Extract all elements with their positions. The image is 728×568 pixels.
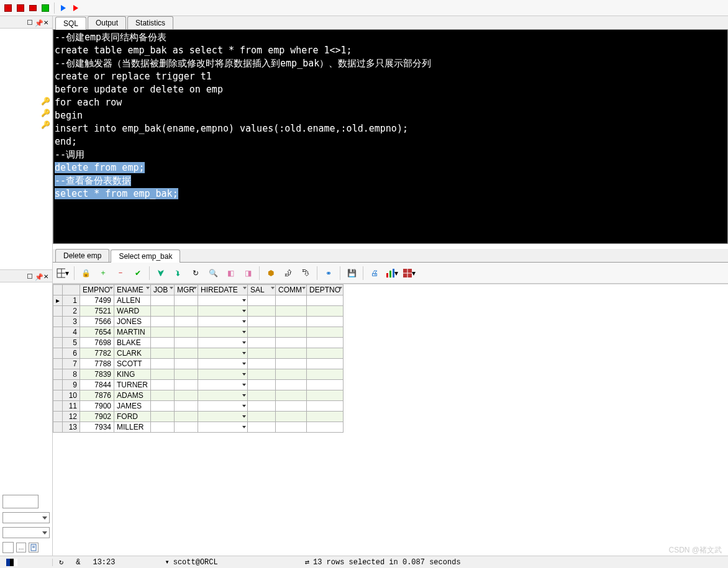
left-panel: 📌 ✕ 🔑 🔑 🔑 📌 ✕ … (0, 16, 53, 556)
cube-red2-icon[interactable] (15, 2, 26, 14)
arrow-blue-icon[interactable] (58, 2, 69, 14)
flag-icon (6, 559, 17, 566)
status-bar: ↻ & 13:23 ▾ scott@ORCL ⇄ 13 rows selecte… (0, 556, 728, 568)
cube-icon[interactable]: ⬢ (265, 267, 277, 279)
main-toolbar (0, 0, 728, 16)
panel-pin-icon[interactable]: 📌 (35, 19, 41, 25)
sep (317, 266, 317, 280)
tab-select-empbak[interactable]: Select emp_bak (111, 250, 180, 263)
plus-icon[interactable]: ＋ (97, 267, 109, 279)
panel-restore2-icon[interactable] (27, 274, 32, 279)
tab-delete-emp[interactable]: Delete emp (55, 249, 109, 262)
panel-close-icon[interactable]: ✕ (43, 19, 50, 25)
sep (259, 266, 260, 280)
grid2-icon[interactable]: ▾ (403, 267, 416, 279)
left-lower-header: 📌 ✕ (0, 270, 52, 282)
status-refresh[interactable]: ↻ (53, 557, 70, 567)
result-grid-area[interactable]: EMPNOENAMEJOBMGRHIREDATESALCOMMDEPTNO▸17… (53, 284, 728, 556)
status-msg: ⇄ 13 rows selected in 0.087 seconds (299, 557, 467, 567)
combo-1[interactable] (2, 512, 50, 523)
svg-rect-6 (386, 273, 388, 277)
fetch-all-icon[interactable]: ⮯ (172, 267, 184, 279)
eraser2-icon[interactable]: ◨ (242, 267, 254, 279)
sep (149, 266, 150, 280)
cube-db-icon[interactable] (27, 2, 39, 14)
arrow-red-icon[interactable] (70, 2, 81, 14)
check-icon[interactable]: ✔ (132, 267, 144, 279)
lock-icon[interactable]: 🔒 (80, 267, 92, 279)
refresh-icon[interactable]: ↻ (189, 267, 202, 279)
key-gray1-icon[interactable]: 🔑 (41, 109, 50, 117)
grid-icon[interactable]: ▾ (57, 267, 69, 279)
doc-icon (30, 544, 37, 551)
cube-green-icon[interactable] (40, 2, 51, 14)
col-comm[interactable]: COMM (276, 285, 307, 295)
tab-sql[interactable]: SQL (55, 17, 86, 30)
watermark: CSDN @褚文武 (668, 545, 722, 556)
preview-box (2, 495, 39, 508)
tab-statistics[interactable]: Statistics (127, 16, 173, 29)
panel-close2-icon[interactable]: ✕ (43, 273, 50, 279)
toolbar-divider (54, 2, 55, 14)
left-upper-header: 📌 ✕ (0, 16, 52, 29)
result-tabs: Delete emp Select emp_bak (53, 249, 728, 263)
col-deptno[interactable]: DEPTNO (307, 285, 344, 295)
import-icon[interactable]: ⮷ (299, 267, 312, 279)
result-grid[interactable]: EMPNOENAMEJOBMGRHIREDATESALCOMMDEPTNO▸17… (53, 284, 344, 433)
find-icon[interactable]: 🔍 (207, 267, 219, 279)
status-and: & (70, 558, 86, 567)
eraser-icon[interactable]: ◧ (224, 267, 237, 279)
sep (363, 266, 363, 280)
minus-icon[interactable]: － (114, 267, 127, 279)
col-mgr[interactable]: MGR (175, 285, 198, 295)
svg-rect-7 (389, 271, 391, 277)
col-ename[interactable]: ENAME (114, 285, 151, 295)
print-icon[interactable]: 🖨 (368, 267, 381, 279)
bar-chart-icon (386, 268, 394, 278)
sep (74, 266, 75, 280)
combo-2[interactable] (2, 527, 50, 538)
right-panel: SQL Output Statistics --创建emp表同结构备份表crea… (53, 16, 728, 556)
sql-editor[interactable]: --创建emp表同结构备份表create table emp_bak as se… (53, 30, 728, 244)
result-toolbar: ▾ 🔒 ＋ － ✔ ⮟ ⮯ ↻ 🔍 ◧ ◨ ⬢ ⮵ ⮷ ⚭ 💾 🖨 ▾ (53, 263, 728, 284)
svg-rect-8 (393, 269, 394, 277)
save-icon[interactable]: 💾 (345, 267, 358, 279)
key-gray2-icon[interactable]: 🔑 (41, 120, 50, 129)
chart-icon[interactable]: ▾ (386, 267, 398, 279)
sep (340, 266, 340, 280)
fetch-down-icon[interactable]: ⮟ (155, 267, 167, 279)
export-icon[interactable]: ⮵ (282, 267, 294, 279)
key-green-icon[interactable]: 🔑 (41, 97, 50, 106)
small-box[interactable] (2, 542, 14, 553)
link-icon[interactable]: ⚭ (322, 267, 335, 279)
status-pos: 13:23 (86, 558, 121, 567)
status-conn[interactable]: ▾ scott@ORCL (158, 557, 224, 567)
col-job[interactable]: JOB (151, 285, 175, 295)
cube-red-icon[interactable] (2, 2, 14, 14)
left-lower-panel: … (0, 282, 52, 556)
tab-output[interactable]: Output (88, 16, 126, 29)
left-upper-body: 🔑 🔑 🔑 (0, 29, 52, 270)
col-hiredate[interactable]: HIREDATE (198, 285, 248, 295)
editor-tabs: SQL Output Statistics (53, 16, 728, 30)
col-empno[interactable]: EMPNO (80, 285, 114, 295)
doc-button[interactable] (29, 543, 39, 552)
col-sal[interactable]: SAL (248, 285, 276, 295)
dots-button[interactable]: … (16, 543, 26, 552)
panel-restore-icon[interactable] (27, 20, 32, 25)
panel-pin2-icon[interactable]: 📌 (35, 273, 41, 279)
